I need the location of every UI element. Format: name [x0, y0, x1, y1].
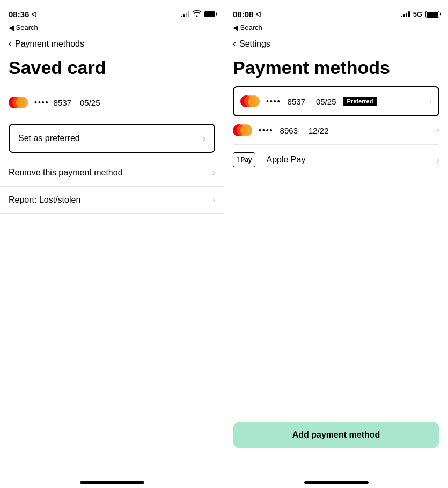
- left-status-icons: [181, 10, 216, 18]
- report-lost-item[interactable]: Report: Lost/stolen ›: [0, 187, 224, 214]
- set-as-preferred-item[interactable]: Set as preferred ›: [10, 125, 214, 152]
- right-home-indicator: [224, 470, 448, 488]
- right-time-text: 08:08: [233, 10, 253, 19]
- remove-payment-label: Remove this payment method: [9, 168, 123, 178]
- set-as-preferred-label: Set as preferred: [18, 134, 80, 143]
- left-home-bar: [80, 481, 144, 484]
- right-signal-bars: [401, 11, 410, 17]
- remove-payment-item[interactable]: Remove this payment method ›: [0, 159, 224, 187]
- left-back-button[interactable]: ‹ Payment methods: [9, 38, 84, 49]
- left-card-row: •••• 8537 05/25: [9, 91, 215, 117]
- left-location-icon: ◁: [31, 10, 36, 18]
- left-wifi-icon: [193, 10, 201, 18]
- left-home-indicator: [0, 470, 224, 488]
- card-8537-expiry: 05/25: [316, 97, 336, 106]
- add-payment-container: Add payment method: [224, 422, 448, 448]
- left-battery-icon: [204, 11, 215, 17]
- left-mastercard-icon: [9, 96, 28, 109]
- card-8963-expiry: 12/22: [309, 126, 329, 135]
- set-as-preferred-chevron-icon: ›: [203, 134, 205, 143]
- card-row-8963[interactable]: •••• 8963 12/22 ›: [233, 116, 439, 145]
- left-saved-card-area: •••• 8537 05/25: [0, 86, 224, 117]
- right-status-bar: 08:08 ◁ 5G: [224, 0, 448, 24]
- apple-pay-badge-label: Pay: [240, 156, 252, 164]
- report-lost-label: Report: Lost/stolen: [9, 195, 80, 205]
- applepay-chevron-icon: ›: [437, 155, 439, 165]
- report-lost-chevron-icon: ›: [212, 195, 215, 205]
- left-signal-bars: [181, 11, 190, 17]
- right-time: 08:08 ◁: [233, 10, 260, 19]
- remove-payment-chevron-icon: ›: [212, 168, 215, 178]
- left-card-dots: ••••: [34, 98, 49, 107]
- right-panel: 08:08 ◁ 5G ◀ Search ‹ Settings Payment m…: [224, 0, 448, 488]
- card-8537-last4: 8537: [288, 97, 305, 106]
- left-page-title: Saved card: [0, 54, 224, 86]
- add-payment-button[interactable]: Add payment method: [233, 422, 439, 448]
- left-card-info: •••• 8537 05/25: [34, 98, 215, 107]
- cards-section: •••• 8537 05/25 Preferred › •••• 8963 12…: [224, 86, 448, 175]
- applepay-row[interactable]:  Pay Apple Pay ›: [233, 145, 439, 175]
- right-nav-title: Settings: [239, 39, 270, 49]
- applepay-label: Apple Pay: [266, 155, 305, 165]
- left-panel: 08:36 ◁ ◀ Search ‹ Payment methods: [0, 0, 224, 488]
- right-battery-icon: [425, 11, 439, 18]
- right-5g-label: 5G: [413, 10, 422, 18]
- left-time: 08:36 ◁: [9, 10, 36, 19]
- apple-logo-icon: : [237, 156, 239, 164]
- left-card-expiry: 05/25: [80, 98, 100, 107]
- right-page-title: Payment methods: [224, 54, 448, 86]
- apple-pay-badge:  Pay: [233, 152, 255, 167]
- card-8963-mastercard-icon: [233, 124, 252, 137]
- card-8537-dots: ••••: [266, 97, 281, 106]
- right-search-label: ◀ Search: [224, 24, 448, 34]
- right-location-icon: ◁: [255, 10, 260, 18]
- card-8963-chevron-icon: ›: [437, 125, 439, 135]
- card-8963-last4: 8963: [280, 126, 298, 135]
- preferred-badge: Preferred: [343, 97, 378, 106]
- left-nav-bar[interactable]: ‹ Payment methods: [0, 34, 224, 54]
- left-back-chevron-icon: ‹: [9, 38, 12, 49]
- card-8537-mastercard-icon: [240, 95, 260, 108]
- left-nav-title: Payment methods: [15, 39, 84, 49]
- right-status-icons: 5G: [401, 10, 439, 18]
- right-nav-bar[interactable]: ‹ Settings: [224, 34, 448, 54]
- card-8963-dots: ••••: [259, 126, 274, 135]
- left-status-bar: 08:36 ◁: [0, 0, 224, 24]
- right-home-bar: [304, 481, 369, 484]
- right-back-chevron-icon: ‹: [233, 38, 236, 49]
- left-menu-section: Set as preferred ›: [9, 124, 215, 153]
- right-back-button[interactable]: ‹ Settings: [233, 38, 270, 49]
- left-card-last4: 8537: [54, 98, 71, 107]
- left-time-text: 08:36: [9, 10, 29, 19]
- card-row-8537[interactable]: •••• 8537 05/25 Preferred ›: [233, 86, 439, 116]
- left-search-label: ◀ Search: [0, 24, 224, 34]
- card-8537-chevron-icon: ›: [429, 97, 432, 106]
